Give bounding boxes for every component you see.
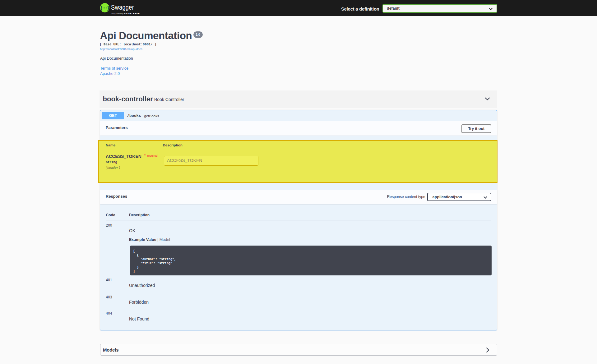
svg-text:{···}: {···} [100,5,109,11]
